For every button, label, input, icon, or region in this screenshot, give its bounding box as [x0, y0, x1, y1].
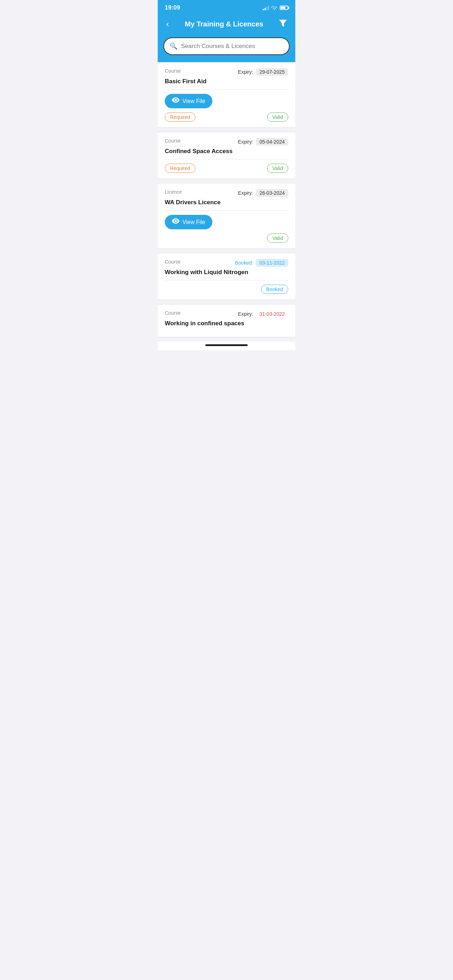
valid-badge-2: Valid: [267, 164, 288, 173]
card-title-3: WA Drivers Licence: [165, 199, 288, 206]
status-icons: [263, 5, 288, 11]
expiry-value-3: 26-03-2024: [256, 189, 288, 197]
header: ‹ My Training & Licences: [158, 14, 295, 37]
expiry-section-3: Expiry: 26-03-2024: [238, 189, 288, 197]
valid-badge-3: Valid: [267, 234, 288, 243]
card-divider-3: [165, 210, 288, 211]
card-header-1: Course Expiry: 29-07-2025: [165, 68, 288, 76]
expiry-section-5: Expiry: 31-03-2022: [238, 310, 288, 318]
course-card-confined-spaces-work: Course Expiry: 31-03-2022 Working in con…: [158, 304, 295, 337]
eye-icon-3: [172, 218, 180, 226]
home-bar: [205, 344, 248, 346]
battery-icon: [280, 6, 288, 10]
required-badge-2: Required: [165, 164, 196, 173]
course-card-confined-space: Course Expiry: 05-04-2024 Confined Space…: [158, 132, 295, 179]
booked-value-4: 03-11-2022: [256, 259, 288, 267]
page-title: My Training & Licences: [170, 20, 278, 28]
card-title-1: Basic First Aid: [165, 78, 288, 85]
signal-icon: [263, 5, 269, 10]
card-type-5: Course: [165, 310, 181, 316]
search-box: 🔍: [163, 37, 290, 55]
card-header-3: Licence Expiry: 26-03-2024: [165, 189, 288, 197]
card-divider-4: [165, 280, 288, 280]
view-file-button-3[interactable]: View File: [165, 215, 212, 229]
card-title-2: Confined Space Access: [165, 148, 288, 155]
card-header-2: Course Expiry: 05-04-2024: [165, 138, 288, 146]
home-indicator: [158, 342, 295, 350]
card-footer-4: Booked: [165, 285, 288, 294]
back-button[interactable]: ‹: [165, 18, 170, 30]
card-type-3: Licence: [165, 189, 182, 195]
card-footer-1: Required Valid: [165, 113, 288, 122]
filter-button[interactable]: [278, 18, 288, 30]
card-divider-2: [165, 159, 288, 159]
search-container: 🔍: [158, 37, 295, 62]
licence-card-wa-drivers: Licence Expiry: 26-03-2024 WA Drivers Li…: [158, 183, 295, 249]
card-type-2: Course: [165, 138, 181, 143]
view-file-button-1[interactable]: View File: [165, 94, 212, 108]
status-bar: 19:09: [158, 0, 295, 14]
status-time: 19:09: [165, 4, 180, 11]
eye-icon-1: [172, 97, 180, 105]
expiry-label-2: Expiry:: [238, 139, 253, 145]
card-header-5: Course Expiry: 31-03-2022: [165, 310, 288, 318]
card-header-4: Course Booked: 03-11-2022: [165, 259, 288, 267]
expiry-label-1: Expiry:: [238, 69, 253, 75]
card-footer-2: Required Valid: [165, 164, 288, 173]
booked-label-4: Booked:: [235, 260, 253, 266]
booked-section-4: Booked: 03-11-2022: [235, 259, 288, 267]
card-type-1: Course: [165, 68, 181, 74]
valid-badge-1: Valid: [267, 113, 288, 122]
expiry-section-1: Expiry: 29-07-2025: [238, 68, 288, 76]
card-divider-1: [165, 89, 288, 90]
course-card-liquid-nitrogen: Course Booked: 03-11-2022 Working with L…: [158, 253, 295, 300]
view-file-label-3: View File: [183, 219, 205, 226]
course-card-basic-first-aid: Course Expiry: 29-07-2025 Basic First Ai…: [158, 62, 295, 128]
card-type-4: Course: [165, 259, 181, 264]
expiry-value-1: 29-07-2025: [256, 68, 288, 76]
expiry-section-2: Expiry: 05-04-2024: [238, 138, 288, 146]
expiry-label-3: Expiry:: [238, 190, 253, 196]
card-title-4: Working with Liquid Nitrogen: [165, 269, 288, 276]
svg-marker-0: [279, 20, 287, 27]
content-area: Course Expiry: 29-07-2025 Basic First Ai…: [158, 62, 295, 337]
view-file-label-1: View File: [183, 98, 205, 104]
expiry-value-2: 05-04-2024: [256, 138, 288, 146]
card-footer-3: Valid: [165, 234, 288, 243]
expiry-value-5: 31-03-2022: [256, 310, 288, 318]
booked-badge-4: Booked: [261, 285, 288, 294]
expiry-label-5: Expiry:: [238, 311, 253, 317]
wifi-icon: [271, 5, 278, 11]
required-badge-1: Required: [165, 113, 196, 122]
search-icon: 🔍: [170, 42, 178, 50]
search-input[interactable]: [181, 43, 283, 50]
card-title-5: Working in confined spaces: [165, 320, 288, 327]
